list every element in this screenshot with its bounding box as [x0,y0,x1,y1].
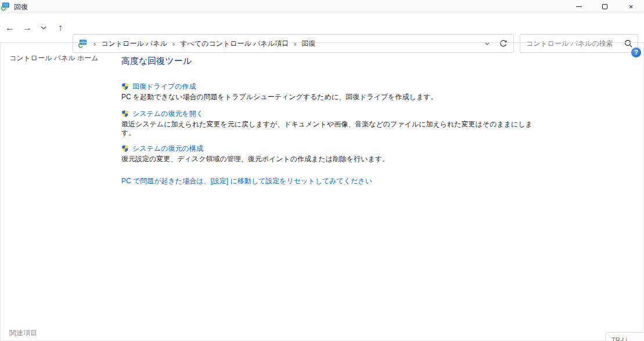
minimize-button[interactable] [566,0,592,13]
uac-shield-icon [121,82,129,90]
page-title: 高度な回復ツール [121,56,192,67]
chevron-down-icon [41,26,46,30]
create-recovery-drive-link[interactable]: 回復ドライブの作成 [132,82,196,92]
recovery-app-icon [1,2,10,11]
search-box [520,34,638,53]
tool-description: 復元設定の変更、ディスク領域の管理、復元ポイントの作成または削除を行います。 [121,155,389,164]
help-button[interactable]: ? [631,48,641,57]
tool-create-recovery-drive: 回復ドライブの作成 PC を起動できない場合の問題をトラブルシューティングするた… [121,82,437,101]
uac-shield-icon [121,110,129,118]
refresh-button[interactable] [499,39,508,48]
titlebar: 回復 × [0,0,644,13]
search-button[interactable] [619,39,638,48]
maximize-icon [602,4,607,9]
tool-open-system-restore: システムの復元を開く 最近システムに加えられた変更を元に戻しますが、ドキュメント… [121,109,533,137]
tool-description: す。 [121,129,533,137]
corner-tooltip-fragment: TR-Li [605,332,644,341]
history-dropdown-button[interactable] [36,13,51,42]
close-icon: × [629,3,634,10]
breadcrumb-separator: › [172,39,175,48]
maximize-button[interactable] [592,0,618,13]
close-button[interactable]: × [618,0,644,13]
tool-description: 最近システムに加えられた変更を元に戻しますが、ドキュメントや画像、音楽などのファ… [121,120,533,129]
reset-settings-link[interactable]: PC で問題が起きた場合は、[設定] に移動して設定をリセットしてみてください [121,176,372,186]
sidebar-item-control-panel-home[interactable]: コントロール パネル ホーム [9,53,98,63]
up-button[interactable]: ↑ [51,13,70,42]
forward-button[interactable]: → [17,13,37,42]
back-button[interactable]: ← [0,13,20,42]
search-icon [624,39,632,48]
recovery-window: 回復 × ← → ↑ › コントロール パネル › [0,0,644,341]
breadcrumb-all-items[interactable]: すべてのコントロール パネル項目 [180,39,289,49]
uac-shield-icon [121,144,129,153]
open-system-restore-link[interactable]: システムの復元を開く [132,109,203,119]
configure-system-restore-link[interactable]: システムの復元の構成 [132,144,203,154]
refresh-icon [499,39,508,48]
search-input[interactable] [520,39,619,48]
related-items-label: 関連項目 [9,328,37,338]
navigation-bar: ← → ↑ › コントロール パネル › すべてのコントロール パネル項目 › … [0,13,644,42]
breadcrumb-recovery[interactable]: 回復 [301,39,315,49]
toolbar-divider [0,42,644,43]
breadcrumb-separator: › [294,39,296,48]
address-location-icon [78,39,87,48]
breadcrumb-separator: › [93,39,96,48]
tool-description: PC を起動できない場合の問題をトラブルシューティングするために、回復ドライブを… [121,93,437,101]
tool-configure-system-restore: システムの復元の構成 復元設定の変更、ディスク領域の管理、復元ポイントの作成また… [121,144,389,164]
window-title: 回復 [14,2,28,12]
address-bar[interactable]: › コントロール パネル › すべてのコントロール パネル項目 › 回復 [73,34,514,53]
breadcrumb-control-panel[interactable]: コントロール パネル [101,39,167,49]
caption-buttons: × [566,0,644,13]
minimize-icon [576,6,582,7]
